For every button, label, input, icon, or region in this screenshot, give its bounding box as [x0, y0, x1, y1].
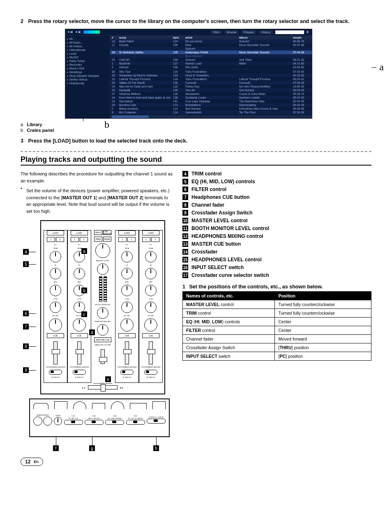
library-row: 16Lateral Thought Process118Yoko Foundat…	[110, 77, 312, 81]
crate-item: Recorded	[67, 63, 108, 67]
headphones-mix-knob	[97, 324, 108, 336]
library-row: 26Valley Of The Maniti136CorncuttCorncut…	[110, 81, 312, 85]
left-column: The following describes the procedure fo…	[21, 169, 173, 441]
tab-files: Files	[211, 30, 222, 34]
crate-item: Party Tunes	[67, 60, 108, 63]
library-screenshot: ■ ▣ ■ ▣ Files Browse Prepare History ◧ A…	[65, 29, 312, 119]
positions-table: Names of controls, etc. Position MASTER …	[182, 291, 371, 361]
tab-prepare: Prepare	[241, 30, 256, 34]
legend-text: MASTER LEVEL control	[191, 218, 247, 223]
legend-item: 10MASTER LEVEL control	[182, 218, 371, 223]
library-row: 27Heqbrus Method118MoustworkCoyne & Vois…	[110, 92, 312, 96]
cue-button: CUE	[47, 333, 64, 338]
center-strip: BACKLOAD PREPARE AREAPANEL MASTER LEVEL …	[91, 230, 114, 382]
library-row: 28St Jerilderie Safety135Hoberdays Pethi…	[110, 51, 312, 54]
hi-knob	[74, 268, 85, 279]
crossfader-assign	[120, 370, 134, 375]
callout-13: d	[89, 329, 95, 335]
table-row: INPUT SELECT switch[PC] position	[183, 352, 371, 361]
library-row: 5Being workeds114Bob AvenueEverything Wa…	[110, 107, 312, 111]
legend-text: HEADPHONES MIXING control	[191, 233, 263, 239]
legend-number: 12	[182, 233, 188, 239]
legend-number: 6	[182, 187, 188, 192]
trim-knob	[50, 251, 61, 263]
filter-knob	[49, 318, 62, 332]
library-row: 22Hyneptik126Tryx AllGet Dominy06:53.46	[110, 88, 312, 92]
callout-15: f	[53, 445, 59, 451]
two-column-layout: The following describes the procedure fo…	[21, 169, 371, 441]
input-select-ch3	[105, 420, 124, 425]
crossfader-assign	[49, 370, 62, 375]
callout-6: 6	[23, 311, 29, 316]
tab-history: History	[259, 30, 273, 34]
crate-item: Weddings	[67, 71, 108, 74]
crossfader-assign	[144, 370, 157, 375]
low-knob	[145, 302, 157, 313]
library-row: 9Brd Creamen114GarrackwnthTar The Pool07…	[110, 111, 312, 114]
crate-item: Local	[67, 52, 108, 55]
table-row: TRIM controlTurned fully counterclockwis…	[183, 309, 371, 318]
callout-16: g	[89, 445, 95, 451]
callout-5: 5	[23, 261, 29, 267]
crate-item: International	[67, 48, 108, 52]
postable-h2: Position	[275, 292, 371, 300]
callout-12: c	[81, 311, 87, 317]
scrollbar	[110, 115, 312, 118]
crate-item: MUSIC	[67, 56, 108, 59]
sampler-volume	[101, 349, 105, 364]
library-row: 14from Here to here and back again or no…	[110, 96, 312, 99]
input-select-ch2	[64, 420, 83, 425]
postable-h1: Names of controls, etc.	[183, 292, 275, 300]
legend-text: Headphones CUE button	[191, 194, 249, 200]
legend-number: 5	[182, 179, 188, 184]
callout-11: b	[81, 288, 87, 293]
library-row: 12Back Patch124Do you knowSubvert06:56.7…	[110, 39, 312, 43]
legend-number: 15	[182, 257, 188, 263]
page-number: 12 En	[21, 458, 43, 466]
channel-fader	[149, 341, 153, 364]
low-knob	[121, 302, 133, 313]
library-row: 25Chill 6Ft198SubvertSelf Titled08:31.30	[110, 58, 312, 62]
library-row: 30Wry Toot119Yoko Foundation07:35.46	[110, 70, 312, 74]
table-row: Crossfader Assign Switch[THRU] position	[183, 343, 371, 352]
master-cue-button: MASTER CUE	[94, 337, 111, 342]
cue-button: CUE	[118, 333, 136, 338]
booth-monitor-knob	[97, 307, 108, 319]
label-b: b	[104, 119, 109, 130]
master-level-knob	[97, 263, 108, 275]
legend-text: MASTER CUE button	[191, 241, 241, 247]
callout-10: a	[81, 248, 87, 254]
legend-number: 7	[182, 194, 188, 200]
cue-button: CUE	[71, 333, 88, 338]
front-panel-diagram: HEADPHONES LEVEL CH2 PC MIC CD CH1	[29, 398, 170, 437]
dashed-separator	[21, 151, 371, 152]
legend-number: 4	[182, 171, 188, 177]
crate-item: Serato Videos	[67, 78, 108, 81]
legend-item: 13MASTER CUE button	[182, 241, 371, 247]
library-row: 10Burning Cork174BobstraktonDepressating…	[110, 103, 312, 107]
crossfader	[88, 385, 118, 389]
crate-item: All...	[67, 37, 108, 41]
legend-number: 17	[182, 272, 188, 278]
table-row: FILTER controlCenter	[183, 326, 371, 335]
crate-item: All Videos...	[67, 45, 108, 48]
crate-item: All Audio...	[67, 41, 108, 44]
cue-button: CUE	[142, 333, 159, 338]
legend-text: INPUT SELECT switch	[191, 265, 244, 270]
legend-number: 8	[182, 202, 188, 208]
legend-text: TRIM control	[191, 171, 221, 177]
legend-item: 17Crossfader curve selector switch	[182, 272, 371, 278]
callout-9: 9	[23, 367, 29, 373]
legend-item: 4TRIM control	[182, 171, 371, 177]
crossfader-curve-switch	[147, 419, 166, 424]
screenshot-body: All...All Audio...All Videos...Internati…	[65, 36, 312, 118]
channel-fader	[77, 341, 81, 364]
legend-item: 6FILTER control	[182, 187, 371, 192]
intro-text: The following describes the procedure fo…	[21, 170, 173, 184]
headphones-level-knob	[54, 417, 62, 425]
step-2: 2 Press the rotary selector, move the cu…	[21, 18, 371, 25]
filter-knob	[73, 318, 86, 332]
legend-item: 16INPUT SELECT switch	[182, 265, 371, 270]
step-2-num: 2	[21, 18, 23, 24]
legend-text: EQ (HI, MID, LOW) controls	[191, 179, 255, 184]
